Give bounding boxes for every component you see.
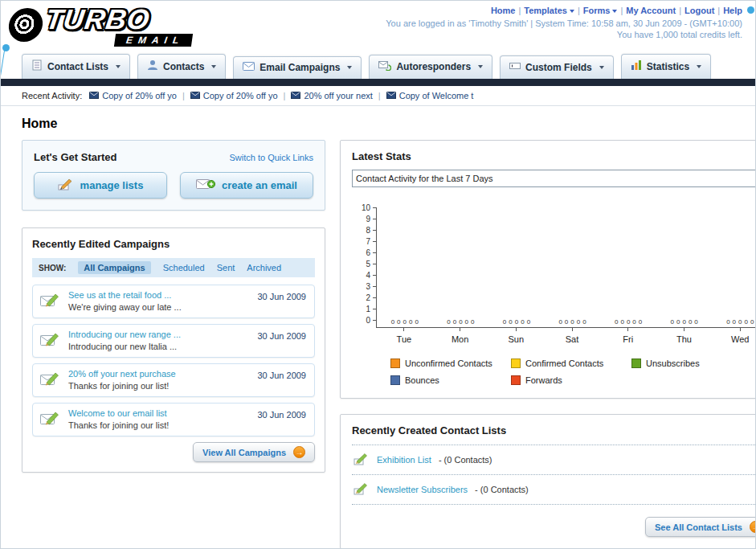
chart-day-label: Tue: [376, 334, 432, 344]
page: TURBO EMAIL Home|Templates|Forms|My Acco…: [0, 0, 756, 549]
link-logout[interactable]: Logout: [684, 6, 714, 15]
chart-legend: Unconfirmed ContactsConfirmed ContactsUn…: [390, 358, 756, 385]
logo-swoosh-icon: [7, 8, 44, 42]
chart-day-label: Sun: [488, 334, 544, 344]
left-column: Let's Get Started Switch to Quick Links …: [22, 140, 325, 473]
contact-list-row: Exhibition List - (0 Contacts): [352, 445, 756, 474]
link-my-account[interactable]: My Account: [626, 6, 676, 15]
contact-list-name-link[interactable]: Exhibition List: [377, 455, 431, 465]
recent-activity-item[interactable]: Copy of 20% off yo: [190, 91, 278, 100]
campaign-list: See us at the retail food ... We're givi…: [32, 285, 315, 436]
activity-separator: |: [182, 91, 185, 100]
contact-activity-chart: 109876543210 000000000000000000000000000…: [352, 203, 756, 385]
nav-tab-autoresponders[interactable]: Autoresponders: [369, 55, 492, 79]
legend-swatch: [511, 375, 521, 385]
create-email-label: create an email: [222, 179, 297, 191]
get-started-title: Let's Get Started: [34, 151, 117, 163]
link-home[interactable]: Home: [491, 6, 516, 15]
tab-archived[interactable]: Archived: [247, 263, 281, 272]
legend-swatch: [631, 358, 641, 368]
link-templates[interactable]: Templates: [524, 6, 567, 15]
see-all-contact-lists-label: See All Contact Lists: [655, 522, 742, 532]
campaign-subtitle: We're giving away our late ...: [68, 302, 247, 312]
nav-tab-email-campaigns[interactable]: Email Campaigns: [233, 56, 362, 79]
chart-day-label: Wed: [712, 334, 756, 344]
legend-item: Confirmed Contacts: [511, 358, 631, 368]
chart-day-label: Fri: [600, 334, 656, 344]
turbo-email-logo: TURBO EMAIL: [9, 5, 192, 47]
chart-day-label: Thu: [656, 334, 713, 344]
view-all-campaigns-button[interactable]: View All Campaigns →: [193, 442, 315, 462]
top-links: Home|Templates|Forms|My Account|Logout|H…: [386, 6, 742, 15]
chevron-down-icon: [211, 65, 216, 68]
campaign-title-link[interactable]: See us at the retail food ...: [68, 290, 247, 300]
nav-tab-custom-fields[interactable]: Custom Fields: [500, 55, 614, 79]
main-content: Home Let's Get Started Switch to Quick L…: [1, 117, 755, 549]
chevron-down-icon: [697, 65, 701, 68]
recent-activity-item[interactable]: 20% off your next: [291, 91, 372, 100]
get-started-panel: Let's Get Started Switch to Quick Links …: [22, 140, 325, 211]
tab-sent[interactable]: Sent: [217, 263, 235, 272]
chart-plot-area: 00000000000000000000000000000000000: [376, 207, 756, 328]
contacts-icon: [147, 59, 158, 73]
tab-all-campaigns[interactable]: All Campaigns: [78, 261, 150, 274]
chevron-down-icon: [347, 66, 352, 69]
pencil-icon: [58, 178, 74, 193]
show-label: SHOW:: [39, 264, 66, 272]
latest-stats-title: Latest Stats: [352, 150, 756, 162]
credits-info-text: You have 1,000 total credits left.: [386, 30, 742, 39]
switch-to-quick-links[interactable]: Switch to Quick Links: [229, 153, 313, 162]
logo-word-email: EMAIL: [114, 34, 194, 47]
recently-created-contact-lists-panel: Recently Created Contact Lists Exhibitio…: [340, 414, 756, 549]
nav-tab-label: Contact Lists: [47, 61, 108, 72]
chart-x-labels: TueMonSunSatFriThuWed: [376, 328, 756, 344]
contact-list-count: - (0 Contacts): [475, 485, 529, 494]
chevron-down-icon: [599, 66, 604, 69]
tab-scheduled[interactable]: Scheduled: [163, 263, 205, 272]
campaign-date: 30 Jun 2009: [257, 410, 306, 420]
manage-lists-label: manage lists: [80, 179, 144, 191]
templates-dropdown-arrow-icon: [570, 10, 574, 13]
campaign-date: 30 Jun 2009: [257, 292, 306, 301]
campaign-title-link[interactable]: 20% off your next purchase: [68, 369, 247, 379]
see-all-contact-lists-button[interactable]: See All Contact Lists →: [645, 517, 756, 537]
legend-item: Forwards: [511, 375, 631, 385]
contact-list-name-link[interactable]: Newsletter Subscribers: [377, 485, 468, 494]
legend-swatch: [390, 375, 400, 385]
envelope-icon: [386, 91, 396, 100]
recently-edited-campaigns-panel: Recently Edited Campaigns SHOW: All Camp…: [22, 227, 325, 473]
pencil-paper-icon: [353, 453, 370, 467]
legend-item: Unconfirmed Contacts: [390, 358, 511, 368]
envelope-pencil-icon: [40, 411, 61, 430]
contact-list-count: - (0 Contacts): [439, 455, 492, 465]
envelope-pencil-icon: [40, 371, 61, 391]
recent-activity-item[interactable]: Copy of 20% off yo: [89, 91, 177, 100]
manage-lists-button[interactable]: manage lists: [34, 172, 167, 199]
campaign-date: 30 Jun 2009: [257, 331, 306, 341]
login-info-text: You are logged in as 'Timothy Smith' | S…: [386, 18, 742, 28]
envelope-plus-icon: [196, 178, 215, 193]
link-separator: |: [620, 6, 623, 15]
link-help[interactable]: Help: [723, 6, 742, 15]
nav-tab-statistics[interactable]: Statistics: [621, 54, 711, 79]
autoresponders-icon: [378, 60, 391, 73]
chevron-down-icon: [478, 65, 483, 68]
nav-tab-label: Statistics: [647, 61, 689, 72]
envelope-pencil-icon: [40, 293, 61, 312]
campaign-title-link[interactable]: Welcome to our email list: [68, 408, 247, 418]
campaign-title-link[interactable]: Introducing our new range ...: [68, 330, 247, 339]
campaign-row: Welcome to our email list Thanks for joi…: [32, 403, 315, 436]
campaign-row: 20% off your next purchase Thanks for jo…: [32, 363, 315, 397]
nav-tab-contacts[interactable]: Contacts: [137, 54, 226, 79]
statistics-icon: [631, 59, 642, 73]
link-forms[interactable]: Forms: [583, 6, 611, 15]
recent-activity-item[interactable]: Copy of Welcome t: [386, 91, 474, 100]
nav-tab-contact-lists[interactable]: Contact Lists: [22, 54, 130, 79]
legend-item: Unsubscribes: [631, 358, 752, 368]
forms-dropdown-arrow-icon: [612, 10, 617, 13]
link-separator: |: [679, 6, 681, 15]
envelope-icon: [89, 91, 99, 100]
campaign-subtitle: Thanks for joining our list!: [68, 420, 247, 430]
create-an-email-button[interactable]: create an email: [180, 172, 313, 199]
stats-range-select[interactable]: Contact Activity for the Last 7 Days: [352, 170, 756, 187]
